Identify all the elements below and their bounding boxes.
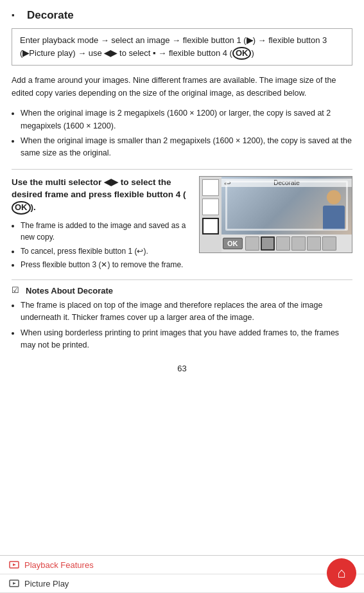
sub-bullet-item: The frame is added to the image and save… [21, 220, 191, 243]
title-row: ▪ Decorate [12, 9, 352, 22]
sub-bullets-list: The frame is added to the image and save… [21, 220, 191, 271]
home-icon: ⌂ [337, 565, 345, 581]
frame-option-2[interactable] [202, 199, 219, 215]
home-button[interactable]: ⌂ [327, 558, 356, 588]
ok-circle-instruction: OK [232, 47, 252, 60]
multi-selector-text: Use the multi selector ◀▶ to select the … [12, 176, 191, 215]
frame-thumb-6[interactable] [322, 236, 336, 251]
footer: Playback Features Picture Play [0, 555, 364, 593]
notes-check-icon: ☑ [12, 285, 22, 296]
bullet-item: When the original image is smaller than … [21, 135, 352, 160]
camera-bottom-row: OK [221, 235, 352, 252]
notes-bullet-item: When using borderless printing to print … [21, 327, 352, 352]
page-title: Decorate [27, 9, 74, 22]
playback-features-icon [9, 560, 19, 570]
camera-ui: Decorate ↩ OK [199, 176, 352, 253]
frame-thumb-2[interactable] [261, 236, 275, 251]
svg-marker-1 [13, 563, 16, 566]
picture-play-icon [9, 578, 19, 589]
footer-row-2[interactable]: Picture Play [0, 574, 364, 593]
footer-row-1[interactable]: Playback Features [0, 556, 364, 574]
frame-thumb-1[interactable] [245, 236, 259, 251]
picture-play-label[interactable]: Picture Play [24, 579, 69, 589]
frame-thumb-3[interactable] [276, 236, 290, 251]
frames-panel [200, 177, 221, 252]
frame-overlay-border [225, 181, 348, 231]
frame-thumb-5[interactable] [307, 236, 321, 251]
camera-ok-button[interactable]: OK [223, 238, 243, 249]
frame-thumb-4[interactable] [291, 236, 306, 251]
notes-section: ☑ Notes About Decorate The frame is plac… [12, 279, 352, 352]
right-column: Decorate ↩ OK [199, 176, 352, 273]
page-content: ▪ Decorate Enter playback mode → select … [0, 0, 364, 430]
notes-bullet-item: The frame is placed on top of the image … [21, 299, 352, 324]
notes-title: Notes About Decorate [26, 286, 113, 296]
frame-option-3[interactable] [202, 218, 219, 235]
camera-image-background: Decorate ↩ [221, 177, 352, 235]
bullet-item: When the original image is 2 megapixels … [21, 107, 352, 132]
camera-main-area: Decorate ↩ OK [200, 177, 352, 252]
notes-bullets-list: The frame is placed on top of the image … [21, 299, 352, 352]
sub-bullet-item: Press flexible button 3 (✕) to remove th… [21, 259, 191, 271]
main-section: Use the multi selector ◀▶ to select the … [12, 169, 352, 273]
frame-option-1[interactable] [202, 179, 219, 196]
left-column: Use the multi selector ◀▶ to select the … [12, 176, 199, 273]
description-bullets: When the original image is 2 megapixels … [21, 107, 352, 160]
page-number: 63 [12, 364, 352, 373]
sub-bullet-item: To cancel, press flexible button 1 (↩). [21, 245, 191, 258]
svg-marker-3 [13, 582, 16, 585]
decorate-icon: ▪ [12, 10, 22, 21]
instruction-box: Enter playback mode → select an image → … [12, 28, 352, 66]
ok-circle-main: OK [12, 201, 31, 215]
notes-title-row: ☑ Notes About Decorate [12, 285, 352, 296]
instruction-text: Enter playback mode → select an image → … [20, 35, 327, 58]
camera-preview-area: Decorate ↩ OK [221, 177, 352, 252]
description-intro: Add a frame around your images. Nine dif… [12, 75, 352, 100]
playback-features-label[interactable]: Playback Features [24, 560, 94, 570]
